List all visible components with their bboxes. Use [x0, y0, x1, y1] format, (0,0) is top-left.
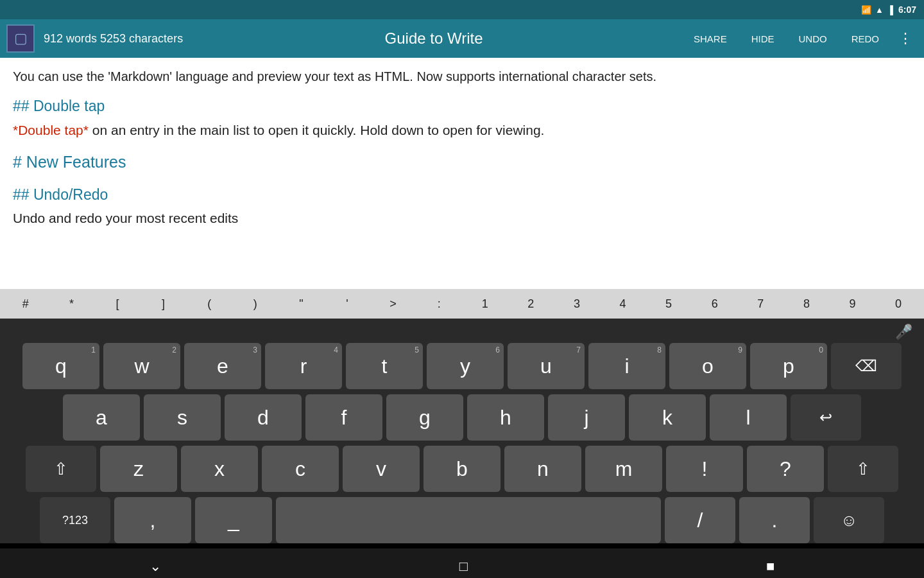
special-key-8[interactable]: 8	[783, 292, 830, 316]
key-b[interactable]: b	[424, 446, 501, 492]
key-a[interactable]: a	[63, 394, 140, 441]
special-key-'[interactable]: '	[324, 292, 370, 316]
recents-button[interactable]: ■	[747, 552, 794, 578]
special-key-1[interactable]: 1	[462, 292, 508, 316]
double-tap-red: *Double tap*	[13, 123, 89, 137]
key-j[interactable]: j	[548, 394, 625, 441]
share-button[interactable]: SHARE	[685, 28, 736, 49]
back-button[interactable]: ⌄	[130, 552, 180, 578]
mic-button[interactable]: 🎤	[895, 324, 912, 340]
shift-left-key[interactable]: ⇧	[26, 446, 96, 492]
key-u[interactable]: 7u	[508, 343, 585, 389]
app-icon[interactable]: ▢	[6, 24, 35, 53]
key-m[interactable]: m	[585, 446, 662, 492]
key-x[interactable]: x	[181, 446, 258, 492]
special-key-3[interactable]: 3	[554, 292, 600, 316]
special-key-0[interactable]: 0	[875, 292, 921, 316]
shift-right-key[interactable]: ⇧	[828, 446, 898, 492]
double-tap-body: *Double tap* on an entry in the main lis…	[13, 120, 911, 141]
period-key[interactable]: .	[739, 497, 810, 543]
hide-button[interactable]: HIDE	[742, 28, 783, 49]
overflow-menu-icon[interactable]: ⋮	[894, 30, 918, 47]
special-key-*[interactable]: *	[49, 292, 95, 316]
undo-button[interactable]: UNDO	[789, 28, 835, 49]
special-key-#[interactable]: #	[3, 292, 49, 316]
keyboard-row-1: 1q2w3e4r5t6y7u8i9o0p⌫	[3, 343, 921, 389]
underscore-key[interactable]: _	[195, 497, 272, 543]
special-key-2[interactable]: 2	[508, 292, 554, 316]
toolbar: ▢ 912 words 5253 characters Guide to Wri…	[0, 19, 924, 58]
key-k[interactable]: k	[629, 394, 706, 441]
key-q[interactable]: 1q	[22, 343, 99, 389]
keyboard-row-2: asdfghjkl↩	[3, 394, 921, 441]
key-?[interactable]: ?	[747, 446, 824, 492]
special-key-9[interactable]: 9	[830, 292, 876, 316]
keyboard-row-3: ⇧zxcvbnm!?⇧	[3, 446, 921, 492]
undo-redo-header: ## Undo/Redo	[13, 184, 911, 206]
key-o[interactable]: 9o	[669, 343, 746, 389]
key-e[interactable]: 3e	[184, 343, 261, 389]
backspace-key[interactable]: ⌫	[831, 343, 902, 389]
sym-key[interactable]: ?123	[40, 497, 110, 543]
key-h[interactable]: h	[467, 394, 544, 441]
special-key-4[interactable]: 4	[600, 292, 646, 316]
special-key-[[interactable]: [	[94, 292, 141, 316]
key-![interactable]: !	[666, 446, 743, 492]
special-key-:[interactable]: :	[416, 292, 462, 316]
wifi-icon: ▲	[875, 5, 884, 15]
word-count: 912 words 5253 characters	[44, 32, 183, 46]
editor-area[interactable]: You can use the 'Markdown' language and …	[0, 58, 924, 289]
emoji-key[interactable]: ☺	[814, 497, 884, 543]
special-key-7[interactable]: 7	[738, 292, 784, 316]
status-icons: 📶 ▲ ▐	[861, 5, 893, 15]
nav-bar: ⌄ □ ■	[0, 548, 924, 578]
special-key->[interactable]: >	[370, 292, 416, 316]
key-f[interactable]: f	[305, 394, 382, 441]
key-y[interactable]: 6y	[427, 343, 504, 389]
bluetooth-icon: 📶	[861, 5, 871, 15]
keyboard-row-4: ?123,_/.☺	[3, 497, 921, 543]
redo-button[interactable]: REDO	[843, 28, 888, 49]
special-key-)[interactable]: )	[232, 292, 278, 316]
space-key[interactable]	[276, 497, 661, 543]
slash-key[interactable]: /	[665, 497, 735, 543]
key-w[interactable]: 2w	[103, 343, 180, 389]
keyboard: 🎤 1q2w3e4r5t6y7u8i9o0p⌫ asdfghjkl↩ ⇧zxcv…	[0, 319, 924, 543]
key-c[interactable]: c	[262, 446, 339, 492]
mic-row: 🎤	[3, 322, 921, 343]
key-l[interactable]: l	[710, 394, 787, 441]
special-key-5[interactable]: 5	[646, 292, 692, 316]
key-n[interactable]: n	[504, 446, 581, 492]
double-tap-header: ## Double tap	[13, 95, 911, 118]
special-key-][interactable]: ]	[141, 292, 187, 316]
key-p[interactable]: 0p	[750, 343, 827, 389]
comma-key[interactable]: ,	[114, 497, 191, 543]
key-r[interactable]: 4r	[265, 343, 342, 389]
app-title: Guide to Write	[189, 30, 678, 48]
status-time: 6:07	[898, 4, 916, 15]
special-key-([interactable]: (	[186, 292, 232, 316]
key-g[interactable]: g	[386, 394, 463, 441]
key-i[interactable]: 8i	[588, 343, 665, 389]
enter-key[interactable]: ↩	[791, 394, 861, 441]
key-v[interactable]: v	[343, 446, 420, 492]
special-chars-bar: #*[]()"'>:1234567890	[0, 289, 924, 319]
intro-text: You can use the 'Markdown' language and …	[13, 67, 911, 86]
key-d[interactable]: d	[225, 394, 302, 441]
key-s[interactable]: s	[144, 394, 221, 441]
home-button[interactable]: □	[440, 552, 487, 578]
status-bar: 📶 ▲ ▐ 6:07	[0, 0, 924, 19]
key-t[interactable]: 5t	[346, 343, 423, 389]
special-key-"[interactable]: "	[278, 292, 325, 316]
new-features-header: # New Features	[13, 150, 911, 175]
special-key-6[interactable]: 6	[692, 292, 738, 316]
key-z[interactable]: z	[100, 446, 177, 492]
undo-redo-body: Undo and redo your most recent edits	[13, 208, 911, 229]
battery-icon: ▐	[887, 5, 893, 15]
double-tap-body-rest: on an entry in the main list to open it …	[89, 123, 545, 137]
